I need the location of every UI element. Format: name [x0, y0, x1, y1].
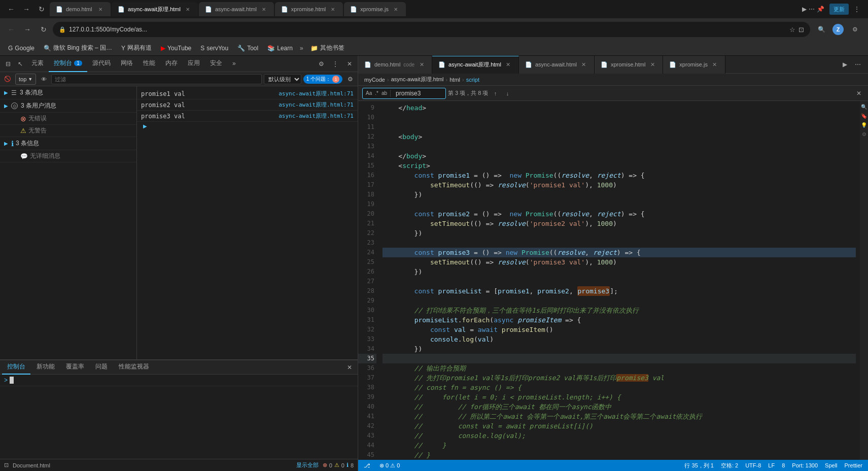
breadcrumb-mycode[interactable]: myCode — [364, 77, 385, 83]
devtool-tab-app[interactable]: 应用 — [183, 56, 205, 72]
editor-tab-async[interactable]: 📄 async-await.html ✕ — [519, 56, 595, 74]
editor-tab-async-yuan[interactable]: 📄 async-await原理.html ✕ — [432, 56, 519, 74]
forward-button[interactable]: → — [19, 2, 33, 16]
browser-more-button[interactable]: ⋮ — [850, 2, 864, 16]
editor-tab-close-4[interactable]: ✕ — [648, 60, 656, 69]
code-editor-content[interactable]: </head> <body> </body> <script> const pr… — [380, 101, 860, 460]
status-line-col[interactable]: 行 35，列 1 — [683, 462, 715, 469]
editor-tab-demo[interactable]: 📄 demo.html code ✕ — [358, 56, 432, 74]
devtools-layout-icon[interactable]: ⊟ — [2, 58, 14, 70]
console-group-header-messages[interactable]: ▶ ☰ 3 条消息 — [0, 86, 136, 99]
address-input[interactable] — [69, 26, 786, 33]
tab-close-async-yuan[interactable]: ✕ — [184, 5, 192, 13]
tab-more-button[interactable]: ⋯ — [809, 6, 815, 13]
back-button[interactable]: ← — [4, 2, 18, 16]
er-bookmark-icon[interactable]: 🔖 — [860, 112, 867, 119]
console-item-promise1[interactable]: promise1 val async-await原理.html:71 — [137, 88, 358, 99]
reload-button[interactable]: ↻ — [34, 2, 49, 16]
address-tab-icon[interactable]: ⊡ — [798, 26, 804, 33]
bookmark-other[interactable]: 📁 其他书签 — [306, 43, 349, 53]
tab-async-await-yuan[interactable]: 📄 async-await原理.html ✕ — [112, 2, 198, 16]
bookmark-yiyou[interactable]: Y 网易有道 — [117, 43, 156, 53]
editor-split-right-icon[interactable]: ▶ — [839, 58, 851, 71]
editor-tab-close-demo[interactable]: ✕ — [418, 60, 426, 69]
console-level-select[interactable]: 默认级别 — [264, 74, 301, 84]
status-language[interactable]: 8 — [780, 462, 786, 468]
console-item-link-3[interactable]: async-await原理.html:71 — [279, 112, 354, 120]
status-prettier[interactable]: Prettier — [843, 462, 864, 468]
console-eye-icon[interactable]: 👁 — [38, 74, 49, 85]
console-group-header-warnings[interactable]: ⚠ 无警告 — [0, 125, 136, 137]
devtool-tab-sources[interactable]: 源代码 — [87, 56, 116, 72]
bottom-tab-new[interactable]: 新功能 — [31, 360, 60, 375]
bookmark-servyou[interactable]: S servYou — [196, 44, 232, 53]
editor-tab-xpromise-html[interactable]: 📄 xpromise.html ✕ — [595, 56, 663, 74]
console-item-link-1[interactable]: async-await原理.html:71 — [279, 90, 354, 97]
tab-close-xpromise-js[interactable]: ✕ — [392, 5, 400, 13]
devtools-cursor-icon[interactable]: ↖ — [14, 58, 26, 70]
er-lightbulb-icon[interactable]: 💡 — [860, 121, 867, 128]
devtools-kebab-icon[interactable]: ⋮ — [329, 58, 341, 70]
bottom-tab-issues[interactable]: 问题 — [90, 360, 113, 375]
er-search-icon[interactable]: 🔍 — [860, 103, 867, 110]
console-issues-badge[interactable]: 1 个问题： 1 — [303, 75, 342, 84]
update-button[interactable]: 更新 — [829, 4, 849, 15]
settings-button[interactable]: ⚙ — [848, 22, 862, 37]
bookmark-youtube[interactable]: ▶ YouTube — [157, 44, 195, 53]
bookmark-bing[interactable]: 🔍 微软 Bing 搜索 – 国… — [40, 43, 116, 53]
console-top-button[interactable]: top ▼ — [15, 74, 36, 85]
editor-more-icon[interactable]: ⋯ — [852, 58, 864, 71]
status-branch-icon[interactable]: ⎇ — [362, 462, 372, 469]
profile-icon[interactable]: Z — [832, 24, 844, 35]
tab-close-xpromise[interactable]: ✕ — [329, 5, 337, 13]
address-star-icon[interactable]: ☆ — [789, 26, 795, 33]
editor-tab-close-5[interactable]: ✕ — [711, 60, 719, 69]
er-gear-icon[interactable]: ⚙ — [860, 130, 867, 138]
devtool-tab-elements[interactable]: 元素 — [26, 56, 49, 72]
tab-xpromise-js[interactable]: 📄 xpromise.js ✕ — [344, 2, 406, 16]
devtools-close-icon[interactable]: ✕ — [343, 58, 356, 70]
tab-demo[interactable]: 📄 demo.html ✕ — [50, 2, 111, 16]
nav-forward-button[interactable]: → — [20, 22, 34, 37]
devtool-tab-console[interactable]: 控制台 1 — [49, 56, 87, 72]
devtool-tab-performance[interactable]: 性能 — [138, 56, 160, 72]
search-regex-btn[interactable]: .* — [374, 90, 379, 96]
tab-pin-button[interactable]: 📌 — [817, 6, 824, 13]
console-group-header-user[interactable]: ▶ ⊙ 3 条用户消息 — [0, 99, 136, 112]
console-item-promise3[interactable]: promise3 val async-await原理.html:71 — [137, 111, 358, 122]
console-settings-icon[interactable]: ⚙ — [344, 74, 356, 85]
console-item-link-2[interactable]: async-await原理.html:71 — [279, 101, 354, 109]
breadcrumb-file[interactable]: async-await原理.html — [391, 76, 444, 83]
status-encoding[interactable]: UTF-8 — [744, 462, 762, 468]
search-close-button[interactable]: ✕ — [854, 88, 864, 98]
bookmark-learn[interactable]: 📚 Learn — [263, 44, 297, 53]
console-filter-input[interactable] — [51, 74, 261, 84]
search-aa-btn[interactable]: Aa — [365, 90, 373, 96]
search-prev-button[interactable]: ↑ — [491, 88, 501, 98]
tab-close-demo[interactable]: ✕ — [96, 5, 105, 13]
search-word-btn[interactable]: ab — [380, 90, 388, 96]
breadcrumb-html[interactable]: html — [449, 77, 460, 83]
console-group-header-errors[interactable]: ⊗ 无错误 — [0, 113, 136, 124]
search-input[interactable] — [393, 88, 443, 99]
bookmark-google[interactable]: G Google — [4, 44, 39, 53]
editor-tab-xpromise-js[interactable]: 📄 xpromise.js ✕ — [663, 56, 725, 74]
breadcrumb-script[interactable]: script — [466, 77, 479, 83]
search-next-button[interactable]: ↓ — [503, 88, 513, 98]
extensions-button[interactable]: 🔍 — [814, 22, 828, 37]
devtool-tab-more[interactable]: » — [227, 56, 241, 72]
console-group-header-info[interactable]: ▶ ℹ 3 条信息 — [0, 137, 136, 150]
console-expand-more[interactable]: ▶ — [137, 122, 358, 130]
bottom-tab-coverage[interactable]: 覆盖率 — [61, 360, 89, 375]
status-spaces[interactable]: 空格: 2 — [719, 462, 740, 469]
status-error-count[interactable]: ⊗ 0 ⚠ 0 — [378, 462, 401, 469]
console-clear-button[interactable]: 🚫 — [2, 74, 13, 85]
status-spell[interactable]: Spell — [823, 462, 839, 468]
bottom-tab-perf[interactable]: 性能监视器 — [114, 360, 154, 375]
status-port[interactable]: Port: 1300 — [790, 462, 819, 468]
nav-reload-button[interactable]: ↻ — [37, 22, 51, 37]
devtool-tab-network[interactable]: 网络 — [116, 56, 138, 72]
console-group-header-verbose[interactable]: 💬 无详细消息 — [0, 150, 136, 162]
bookmark-tool[interactable]: 🔧 Tool — [233, 44, 262, 53]
tab-async-await[interactable]: 📄 async-await.html ✕ — [199, 2, 274, 16]
